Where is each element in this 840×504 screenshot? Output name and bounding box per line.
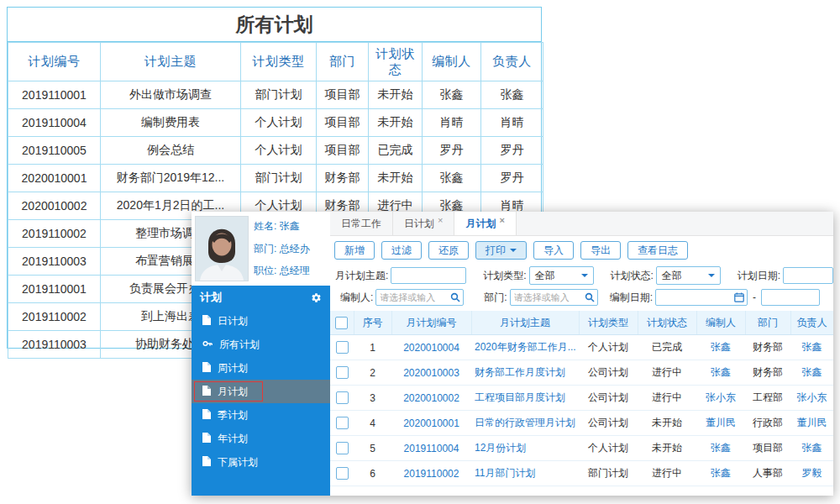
sidebar-item-all-plans[interactable]: 所有计划 [192,333,330,356]
table-row[interactable]: 1 2020010004 2020年财务部工作月... 个人计划 已完成 张鑫 … [330,335,833,360]
cell-owner-link[interactable]: 董川民 [790,411,833,436]
cell-subject: 外出做市场调查 [101,81,241,109]
cell-status: 未开始 [638,436,696,461]
cell-owner-link[interactable]: 张鑫 [790,335,833,360]
table-row[interactable]: 2 2020010003 财务部工作月度计划 公司计划 进行中 张鑫 财务部 张… [330,360,833,386]
row-checkbox[interactable] [336,341,349,354]
key-icon [202,339,213,351]
cell-plan-id-link[interactable]: 2020010002 [391,386,471,411]
print-button[interactable]: 打印 [475,241,527,260]
gear-icon[interactable] [311,292,322,303]
subject-filter-input[interactable] [391,267,466,284]
select-all-checkbox[interactable] [335,317,348,329]
tab-monthly-plan[interactable]: 月计划 × [454,212,516,235]
cell-plan-id-link[interactable]: 2019110004 [391,436,471,461]
file-icon [202,315,211,328]
sidebar-item-weekly-plan[interactable]: 周计划 [192,356,330,380]
cell-plan-id-link[interactable]: 2020010003 [391,360,471,386]
table-row[interactable]: 3 2020010002 工程项目部月度计划 公司计划 进行中 张小东 工程部 … [330,386,833,411]
type-filter-label: 计划类型: [483,269,526,283]
search-icon[interactable] [585,292,595,302]
file-icon [202,409,211,422]
sidebar-item-monthly-plan[interactable]: 月计划 [192,380,330,403]
row-checkbox[interactable] [336,467,349,480]
cell-plan-id-link[interactable]: 2020010001 [391,411,471,436]
close-icon[interactable]: × [438,215,443,225]
tab-daily-work[interactable]: 日常工作 [330,212,393,235]
table-row[interactable]: 5 2019110004 12月份计划 个人计划 未开始 张鑫 项目部 张鑫 [330,436,833,461]
export-button[interactable]: 导出 [580,241,621,260]
row-checkbox[interactable] [336,417,349,429]
cell-owner-link[interactable]: 张鑫 [790,360,833,386]
date-range-separator: - [753,291,756,303]
close-icon[interactable]: × [499,215,504,225]
column-header: 负责人 [481,43,543,81]
cell-dept: 项目部 [317,109,369,137]
cell-plan-id: 2019110005 [8,137,101,165]
cell-status: 未开始 [369,81,423,109]
sidebar-item-subordinate-plans[interactable]: 下属计划 [192,450,330,474]
cell-plan-id: 2019110001 [8,81,101,109]
reset-button[interactable]: 还原 [428,241,469,260]
table-row[interactable]: 4 2020010001 日常的行政管理月计划 公司计划 未开始 董川民 行政部… [330,411,833,436]
profile-photo [195,216,249,281]
status-filter-label: 计划状态: [611,269,654,283]
cell-status: 未开始 [369,165,423,192]
column-header: 月计划主题 [471,311,579,335]
cell-owner-link[interactable]: 张鑫 [790,436,833,461]
cell-owner: 肖晴 [481,109,543,137]
cell-compiler-link[interactable]: 张鑫 [696,461,745,486]
cell-compiler-link[interactable]: 张鑫 [696,360,745,386]
table-row[interactable]: 2019110005例会总结个人计划项目部已完成罗丹罗丹 [8,137,543,165]
cell-subject-link[interactable]: 2020年财务部工作月... [471,335,579,360]
add-button[interactable]: 新增 [334,241,375,260]
chevron-down-icon [510,249,517,255]
cell-owner: 罗丹 [481,137,543,165]
view-log-button[interactable]: 查看日志 [627,241,688,260]
monthly-plan-table: 序号 月计划编号 月计划主题 计划类型 计划状态 编制人 部门 负责人 1 2 [330,311,833,486]
tab-daily-plan[interactable]: 日计划 × [393,212,454,235]
row-checkbox[interactable] [336,366,349,379]
cell-compiler: 罗丹 [423,137,481,165]
type-select[interactable]: 全部 [529,266,594,285]
cell-subject-link[interactable]: 日常的行政管理月计划 [471,411,579,436]
table-header-row: 序号 月计划编号 月计划主题 计划类型 计划状态 编制人 部门 负责人 [330,311,833,335]
cell-subject-link[interactable]: 11月部门计划 [471,461,579,486]
table-row[interactable]: 2019110001外出做市场调查部门计划项目部未开始张鑫张鑫 [8,81,543,109]
row-checkbox[interactable] [336,442,349,454]
cell-status: 进行中 [638,360,696,386]
cell-compiler-link[interactable]: 张鑫 [696,436,745,461]
table-row[interactable]: 2020010001财务部门2019年12...部门计划财务部未开始张鑫罗丹 [8,165,543,192]
status-select[interactable]: 全部 [656,266,721,285]
toolbar: 新增 过滤 还原 打印 导入 导出 查看日志 [330,236,833,265]
compile-date-end-input[interactable] [761,289,820,306]
cell-subject-link[interactable]: 财务部工作月度计划 [471,360,579,386]
page-title: 所有计划 [8,8,541,42]
select-value: 全部 [535,269,555,283]
cell-subject-link[interactable]: 工程项目部月度计划 [471,386,579,411]
cell-compiler-link[interactable]: 董川民 [696,411,745,436]
sidebar-item-quarterly-plan[interactable]: 季计划 [192,403,330,427]
cell-type: 个人计划 [241,109,317,137]
filter-button[interactable]: 过滤 [381,241,422,260]
import-button[interactable]: 导入 [533,241,574,260]
cell-compiler-link[interactable]: 张鑫 [696,335,745,360]
plan-date-input[interactable] [783,267,833,284]
calendar-icon[interactable] [734,292,744,302]
sidebar-item-daily-plan[interactable]: 日计划 [192,309,330,333]
table-row[interactable]: 2019110004编制费用表个人计划项目部未开始肖晴肖晴 [8,109,543,137]
cell-plan-id-link[interactable]: 2020010004 [391,335,471,360]
cell-plan-id: 2019110002 [8,303,101,331]
cell-plan-id-link[interactable]: 2019110002 [391,461,471,486]
cell-index: 2 [354,360,391,386]
sidebar-item-yearly-plan[interactable]: 年计划 [192,427,330,450]
table-row[interactable]: 6 2019110002 11月部门计划 部门计划 进行中 张鑫 人事部 罗毅 [330,461,833,486]
cell-owner-link[interactable]: 罗毅 [790,461,833,486]
column-header: 计划类型 [579,311,638,335]
search-icon[interactable] [450,292,460,302]
cell-compiler-link[interactable]: 张小东 [696,386,745,411]
cell-plan-id: 2019110004 [8,109,101,137]
cell-subject-link[interactable]: 12月份计划 [471,436,579,461]
row-checkbox[interactable] [336,391,349,404]
cell-owner-link[interactable]: 张小东 [790,386,833,411]
